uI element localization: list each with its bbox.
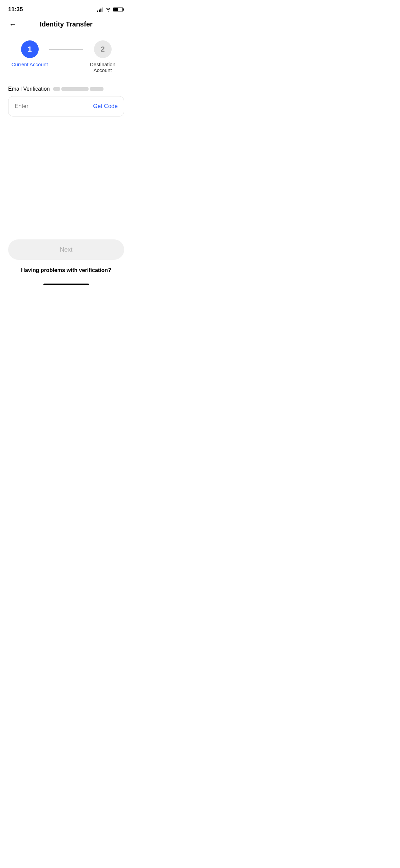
spacer: [0, 116, 132, 239]
mask-block-2: [61, 87, 89, 91]
back-arrow-icon: ←: [9, 20, 17, 29]
step-2: 2 Destination Account: [83, 40, 122, 73]
email-mask: [53, 87, 103, 91]
bottom-section: Next Having problems with verification?: [0, 239, 132, 284]
home-bar: [43, 284, 89, 285]
field-label: Email Verification: [8, 86, 50, 92]
verification-input-container: Get Code: [8, 96, 124, 116]
step-indicator: 1 Current Account 2 Destination Account: [0, 34, 132, 83]
step-1-circle: 1: [21, 40, 39, 58]
step-connector: [49, 49, 83, 50]
next-button[interactable]: Next: [8, 239, 124, 260]
field-label-row: Email Verification: [8, 86, 124, 92]
help-text: Having problems with verification?: [21, 267, 111, 273]
signal-icon: [97, 7, 103, 12]
status-bar: 11:35: [0, 0, 132, 17]
page-title: Identity Transfer: [40, 20, 93, 28]
form-section: Email Verification Get Code: [0, 83, 132, 116]
mask-block-3: [90, 87, 103, 91]
step-1-label: Current Account: [12, 61, 48, 67]
status-time: 11:35: [8, 6, 23, 13]
step-2-label: Destination Account: [83, 61, 122, 73]
step-1: 1 Current Account: [10, 40, 49, 67]
nav-header: ← Identity Transfer: [0, 17, 132, 34]
home-indicator: [0, 284, 132, 289]
battery-icon: [113, 7, 124, 12]
mask-block-1: [53, 87, 60, 91]
back-button[interactable]: ←: [7, 18, 19, 31]
status-icons: [97, 7, 124, 12]
verification-code-input[interactable]: [15, 103, 93, 110]
get-code-button[interactable]: Get Code: [93, 103, 118, 110]
wifi-icon: [105, 7, 111, 12]
step-2-circle: 2: [94, 40, 112, 58]
